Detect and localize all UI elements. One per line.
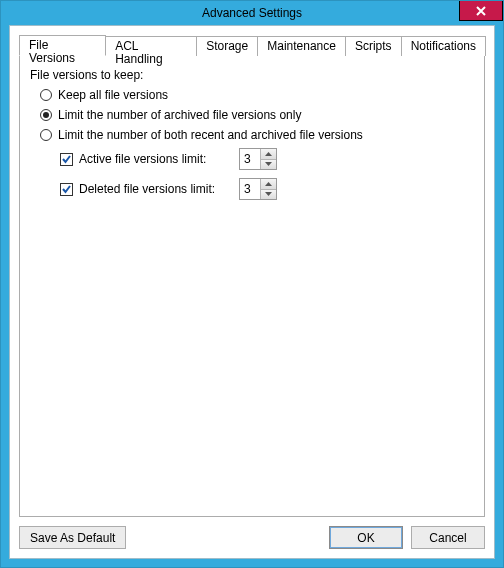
tab-scripts[interactable]: Scripts xyxy=(345,36,402,56)
radio-limit-archived[interactable] xyxy=(40,109,52,121)
ok-button[interactable]: OK xyxy=(329,526,403,549)
tab-storage[interactable]: Storage xyxy=(196,36,258,56)
titlebar: Advanced Settings xyxy=(9,1,495,25)
radio-keep-all[interactable] xyxy=(40,89,52,101)
deleted-limit-down-button[interactable] xyxy=(261,190,276,200)
row-deleted-limit: Deleted file versions limit: xyxy=(60,178,474,200)
close-button[interactable] xyxy=(459,1,503,21)
radio-row-keep-all[interactable]: Keep all file versions xyxy=(40,88,474,102)
active-limit-spin-buttons xyxy=(260,149,276,169)
window-frame: Advanced Settings File Versions ACL Hand… xyxy=(0,0,504,568)
radio-limit-both-label: Limit the number of both recent and arch… xyxy=(58,128,363,142)
tab-bar: File Versions ACL Handling Storage Maint… xyxy=(19,35,485,56)
section-heading: File versions to keep: xyxy=(30,68,474,82)
spinner-active-limit xyxy=(239,148,277,170)
deleted-limit-spin-buttons xyxy=(260,179,276,199)
deleted-limit-input[interactable] xyxy=(240,179,260,199)
check-icon xyxy=(61,184,72,195)
active-limit-down-button[interactable] xyxy=(261,160,276,170)
tab-panel-file-versions: File versions to keep: Keep all file ver… xyxy=(19,55,485,517)
deleted-limit-label: Deleted file versions limit: xyxy=(79,182,239,196)
check-icon xyxy=(61,154,72,165)
active-limit-input[interactable] xyxy=(240,149,260,169)
chevron-up-icon xyxy=(265,152,272,156)
row-active-limit: Active file versions limit: xyxy=(60,148,474,170)
tab-file-versions[interactable]: File Versions xyxy=(19,35,106,56)
checkbox-deleted-limit[interactable] xyxy=(60,183,73,196)
active-limit-up-button[interactable] xyxy=(261,149,276,160)
window-body: File Versions ACL Handling Storage Maint… xyxy=(9,25,495,559)
checkbox-active-limit[interactable] xyxy=(60,153,73,166)
chevron-up-icon xyxy=(265,182,272,186)
window-title: Advanced Settings xyxy=(9,6,495,20)
close-icon xyxy=(476,6,486,16)
active-limit-label: Active file versions limit: xyxy=(79,152,239,166)
radio-limit-both[interactable] xyxy=(40,129,52,141)
cancel-button[interactable]: Cancel xyxy=(411,526,485,549)
chevron-down-icon xyxy=(265,192,272,196)
radio-keep-all-label: Keep all file versions xyxy=(58,88,168,102)
chevron-down-icon xyxy=(265,162,272,166)
deleted-limit-up-button[interactable] xyxy=(261,179,276,190)
radio-row-limit-both[interactable]: Limit the number of both recent and arch… xyxy=(40,128,474,142)
radio-limit-archived-label: Limit the number of archived file versio… xyxy=(58,108,301,122)
tab-maintenance[interactable]: Maintenance xyxy=(257,36,346,56)
tab-notifications[interactable]: Notifications xyxy=(401,36,486,56)
footer: Save As Default OK Cancel xyxy=(19,517,485,549)
footer-spacer xyxy=(134,526,321,549)
tab-acl-handling[interactable]: ACL Handling xyxy=(105,36,197,56)
spinner-deleted-limit xyxy=(239,178,277,200)
radio-row-limit-archived[interactable]: Limit the number of archived file versio… xyxy=(40,108,474,122)
save-as-default-button[interactable]: Save As Default xyxy=(19,526,126,549)
